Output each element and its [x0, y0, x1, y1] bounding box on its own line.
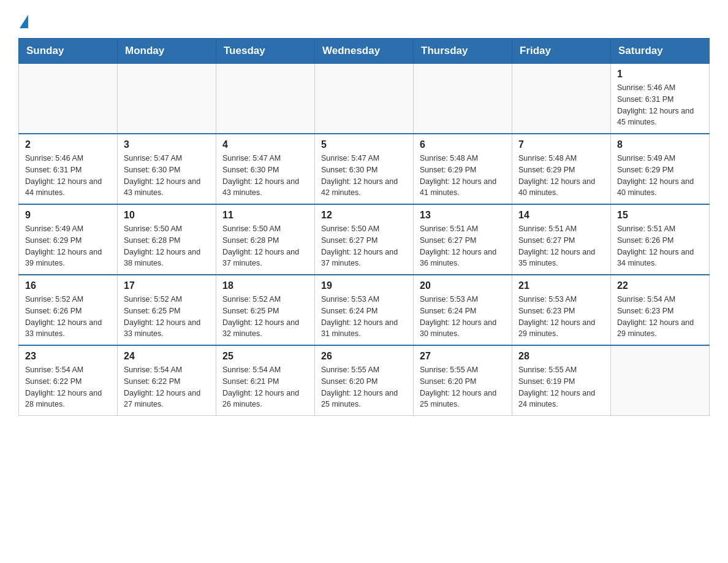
- day-info: Sunrise: 5:55 AM Sunset: 6:19 PM Dayligh…: [518, 364, 604, 410]
- day-number: 27: [420, 351, 506, 362]
- day-number: 3: [124, 139, 210, 150]
- column-header-monday: Monday: [118, 39, 216, 64]
- day-info: Sunrise: 5:47 AM Sunset: 6:30 PM Dayligh…: [124, 153, 210, 199]
- day-info: Sunrise: 5:51 AM Sunset: 6:26 PM Dayligh…: [617, 223, 703, 269]
- page-header: [18, 12, 710, 26]
- calendar-cell: 24Sunrise: 5:54 AM Sunset: 6:22 PM Dayli…: [118, 345, 216, 416]
- calendar-cell: 21Sunrise: 5:53 AM Sunset: 6:23 PM Dayli…: [512, 275, 611, 345]
- day-number: 8: [617, 139, 703, 150]
- day-info: Sunrise: 5:51 AM Sunset: 6:27 PM Dayligh…: [420, 223, 506, 269]
- column-header-friday: Friday: [512, 39, 611, 64]
- logo: [18, 12, 28, 26]
- day-number: 9: [25, 210, 111, 221]
- day-info: Sunrise: 5:54 AM Sunset: 6:22 PM Dayligh…: [124, 364, 210, 410]
- day-number: 6: [420, 139, 506, 150]
- column-header-tuesday: Tuesday: [216, 39, 315, 64]
- logo-triangle-icon: [20, 15, 28, 28]
- day-info: Sunrise: 5:46 AM Sunset: 6:31 PM Dayligh…: [25, 153, 111, 199]
- calendar-cell: [118, 64, 216, 134]
- calendar-cell: 13Sunrise: 5:51 AM Sunset: 6:27 PM Dayli…: [414, 204, 512, 275]
- calendar-cell: 12Sunrise: 5:50 AM Sunset: 6:27 PM Dayli…: [315, 204, 414, 275]
- calendar-cell: 5Sunrise: 5:47 AM Sunset: 6:30 PM Daylig…: [315, 134, 414, 204]
- day-info: Sunrise: 5:54 AM Sunset: 6:23 PM Dayligh…: [617, 294, 703, 340]
- day-number: 18: [222, 280, 308, 291]
- calendar-week-4: 16Sunrise: 5:52 AM Sunset: 6:26 PM Dayli…: [19, 275, 710, 345]
- day-number: 25: [222, 351, 308, 362]
- calendar-cell: 19Sunrise: 5:53 AM Sunset: 6:24 PM Dayli…: [315, 275, 414, 345]
- calendar-cell: 1Sunrise: 5:46 AM Sunset: 6:31 PM Daylig…: [611, 64, 710, 134]
- day-info: Sunrise: 5:53 AM Sunset: 6:24 PM Dayligh…: [321, 294, 407, 340]
- calendar-cell: [315, 64, 414, 134]
- calendar-cell: 23Sunrise: 5:54 AM Sunset: 6:22 PM Dayli…: [19, 345, 118, 416]
- day-number: 5: [321, 139, 407, 150]
- day-number: 14: [518, 210, 604, 221]
- calendar-week-2: 2Sunrise: 5:46 AM Sunset: 6:31 PM Daylig…: [19, 134, 710, 204]
- day-number: 4: [222, 139, 308, 150]
- calendar-cell: 6Sunrise: 5:48 AM Sunset: 6:29 PM Daylig…: [414, 134, 512, 204]
- day-info: Sunrise: 5:53 AM Sunset: 6:23 PM Dayligh…: [518, 294, 604, 340]
- calendar-cell: 20Sunrise: 5:53 AM Sunset: 6:24 PM Dayli…: [414, 275, 512, 345]
- calendar-cell: 16Sunrise: 5:52 AM Sunset: 6:26 PM Dayli…: [19, 275, 118, 345]
- day-number: 1: [617, 69, 703, 80]
- column-header-saturday: Saturday: [611, 39, 710, 64]
- calendar-cell: 7Sunrise: 5:48 AM Sunset: 6:29 PM Daylig…: [512, 134, 611, 204]
- day-info: Sunrise: 5:47 AM Sunset: 6:30 PM Dayligh…: [222, 153, 308, 199]
- calendar-cell: 15Sunrise: 5:51 AM Sunset: 6:26 PM Dayli…: [611, 204, 710, 275]
- day-number: 2: [25, 139, 111, 150]
- calendar-cell: [216, 64, 315, 134]
- day-number: 21: [518, 280, 604, 291]
- day-number: 19: [321, 280, 407, 291]
- day-number: 13: [420, 210, 506, 221]
- column-header-sunday: Sunday: [19, 39, 118, 64]
- day-info: Sunrise: 5:50 AM Sunset: 6:28 PM Dayligh…: [222, 223, 308, 269]
- calendar-cell: 8Sunrise: 5:49 AM Sunset: 6:29 PM Daylig…: [611, 134, 710, 204]
- calendar-cell: 3Sunrise: 5:47 AM Sunset: 6:30 PM Daylig…: [118, 134, 216, 204]
- day-info: Sunrise: 5:51 AM Sunset: 6:27 PM Dayligh…: [518, 223, 604, 269]
- day-number: 17: [124, 280, 210, 291]
- day-info: Sunrise: 5:47 AM Sunset: 6:30 PM Dayligh…: [321, 153, 407, 199]
- calendar-week-1: 1Sunrise: 5:46 AM Sunset: 6:31 PM Daylig…: [19, 64, 710, 134]
- day-info: Sunrise: 5:49 AM Sunset: 6:29 PM Dayligh…: [617, 153, 703, 199]
- column-header-thursday: Thursday: [414, 39, 512, 64]
- day-number: 15: [617, 210, 703, 221]
- calendar-header-row: SundayMondayTuesdayWednesdayThursdayFrid…: [19, 39, 710, 64]
- day-info: Sunrise: 5:55 AM Sunset: 6:20 PM Dayligh…: [420, 364, 506, 410]
- day-info: Sunrise: 5:52 AM Sunset: 6:25 PM Dayligh…: [124, 294, 210, 340]
- column-header-wednesday: Wednesday: [315, 39, 414, 64]
- day-info: Sunrise: 5:48 AM Sunset: 6:29 PM Dayligh…: [518, 153, 604, 199]
- day-info: Sunrise: 5:53 AM Sunset: 6:24 PM Dayligh…: [420, 294, 506, 340]
- calendar-cell: 14Sunrise: 5:51 AM Sunset: 6:27 PM Dayli…: [512, 204, 611, 275]
- calendar-cell: 11Sunrise: 5:50 AM Sunset: 6:28 PM Dayli…: [216, 204, 315, 275]
- day-info: Sunrise: 5:50 AM Sunset: 6:28 PM Dayligh…: [124, 223, 210, 269]
- calendar-week-3: 9Sunrise: 5:49 AM Sunset: 6:29 PM Daylig…: [19, 204, 710, 275]
- day-number: 16: [25, 280, 111, 291]
- day-number: 12: [321, 210, 407, 221]
- calendar-cell: [414, 64, 512, 134]
- day-info: Sunrise: 5:52 AM Sunset: 6:26 PM Dayligh…: [25, 294, 111, 340]
- calendar-cell: 2Sunrise: 5:46 AM Sunset: 6:31 PM Daylig…: [19, 134, 118, 204]
- day-info: Sunrise: 5:48 AM Sunset: 6:29 PM Dayligh…: [420, 153, 506, 199]
- calendar-cell: [611, 345, 710, 416]
- calendar-cell: 22Sunrise: 5:54 AM Sunset: 6:23 PM Dayli…: [611, 275, 710, 345]
- day-info: Sunrise: 5:49 AM Sunset: 6:29 PM Dayligh…: [25, 223, 111, 269]
- calendar-table: SundayMondayTuesdayWednesdayThursdayFrid…: [18, 38, 710, 416]
- day-number: 24: [124, 351, 210, 362]
- calendar-cell: 26Sunrise: 5:55 AM Sunset: 6:20 PM Dayli…: [315, 345, 414, 416]
- day-number: 22: [617, 280, 703, 291]
- calendar-cell: 27Sunrise: 5:55 AM Sunset: 6:20 PM Dayli…: [414, 345, 512, 416]
- day-info: Sunrise: 5:46 AM Sunset: 6:31 PM Dayligh…: [617, 82, 703, 128]
- calendar-cell: 10Sunrise: 5:50 AM Sunset: 6:28 PM Dayli…: [118, 204, 216, 275]
- day-info: Sunrise: 5:55 AM Sunset: 6:20 PM Dayligh…: [321, 364, 407, 410]
- day-info: Sunrise: 5:54 AM Sunset: 6:21 PM Dayligh…: [222, 364, 308, 410]
- day-number: 10: [124, 210, 210, 221]
- day-info: Sunrise: 5:52 AM Sunset: 6:25 PM Dayligh…: [222, 294, 308, 340]
- day-number: 11: [222, 210, 308, 221]
- day-number: 26: [321, 351, 407, 362]
- day-number: 20: [420, 280, 506, 291]
- day-info: Sunrise: 5:54 AM Sunset: 6:22 PM Dayligh…: [25, 364, 111, 410]
- calendar-cell: [19, 64, 118, 134]
- day-number: 7: [518, 139, 604, 150]
- calendar-cell: 28Sunrise: 5:55 AM Sunset: 6:19 PM Dayli…: [512, 345, 611, 416]
- day-number: 23: [25, 351, 111, 362]
- day-number: 28: [518, 351, 604, 362]
